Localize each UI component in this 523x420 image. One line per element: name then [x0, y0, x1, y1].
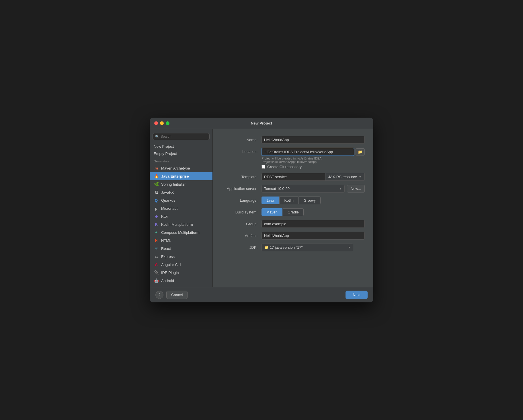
appserver-row: Application server: Tomcat 10.0.20 ▼ New…: [221, 185, 365, 192]
appserver-control: Tomcat 10.0.20 ▼ New...: [262, 185, 365, 192]
build-maven-button[interactable]: Maven: [262, 208, 282, 216]
artifact-control: [262, 232, 365, 240]
sidebar-item-kotlin-multiplatform[interactable]: K Kotlin Multiplatform: [150, 220, 212, 228]
language-label: Language:: [221, 198, 262, 203]
dialog-footer: ? Cancel Next: [150, 287, 373, 302]
template-input-row: JAX-RS resource ▼: [262, 173, 365, 181]
sidebar-item-html[interactable]: H HTML: [150, 236, 212, 244]
chevron-down-icon: ▼: [359, 175, 362, 178]
create-git-row: Create Git repository: [221, 165, 365, 169]
express-icon: ex: [154, 254, 159, 259]
sidebar-item-javafx[interactable]: 🖼 JavaFX: [150, 188, 212, 196]
close-button[interactable]: [154, 121, 158, 125]
generators-label: Generators: [150, 157, 212, 164]
language-row: Language: Java Kotlin Groovy: [221, 197, 365, 204]
folder-browse-button[interactable]: 📁: [356, 148, 365, 155]
appserver-label: Application server:: [221, 186, 262, 191]
compose-icon: ✦: [154, 230, 159, 235]
build-system-row: Build system: Maven Gradle: [221, 208, 365, 216]
sidebar-item-react[interactable]: ⚛ React: [150, 244, 212, 252]
appserver-select[interactable]: Tomcat 10.0.20 ▼: [262, 185, 345, 192]
android-icon: 🤖: [154, 278, 159, 283]
create-git-label[interactable]: Create Git repository: [267, 165, 302, 169]
name-control: [262, 136, 365, 144]
create-git-checkbox[interactable]: [262, 165, 265, 169]
sidebar-item-angular[interactable]: A Angular CLI: [150, 260, 212, 269]
search-input[interactable]: [161, 135, 207, 139]
template-label: Template:: [221, 175, 262, 179]
language-java-button[interactable]: Java: [262, 197, 279, 204]
ktor-icon: ◆: [154, 214, 159, 219]
location-input[interactable]: [262, 148, 354, 156]
template-row: Template: JAX-RS resource ▼: [221, 173, 365, 181]
angular-icon: A: [154, 262, 159, 267]
sidebar-item-spring-initializr[interactable]: 🌿 Spring Initializr: [150, 180, 212, 188]
group-row: Group:: [221, 220, 365, 228]
appserver-value: Tomcat 10.0.20: [264, 186, 290, 191]
sidebar-item-empty-project[interactable]: Empty Project: [150, 150, 212, 157]
appserver-input-row: Tomcat 10.0.20 ▼ New...: [262, 185, 365, 192]
location-control: 📁 Project will be created in: ~/JetBrain…: [262, 148, 365, 164]
location-row: Location: 📁 Project will be created in: …: [221, 148, 365, 164]
cancel-button[interactable]: Cancel: [166, 291, 188, 299]
sidebar-item-java-enterprise[interactable]: 🔥 Java Enterprise: [150, 172, 212, 180]
java-enterprise-icon: 🔥: [154, 174, 159, 179]
artifact-row: Artifact:: [221, 232, 365, 240]
sidebar-item-new-project[interactable]: New Project: [150, 143, 212, 150]
sidebar-item-android[interactable]: 🤖 Android: [150, 277, 212, 285]
new-appserver-button[interactable]: New...: [347, 185, 365, 192]
appserver-chevron-icon: ▼: [339, 187, 342, 190]
template-dropdown-value: JAX-RS resource: [328, 175, 357, 179]
location-hint: Project will be created in: ~/JetBrains …: [262, 157, 365, 164]
group-label: Group:: [221, 222, 262, 226]
help-button[interactable]: ?: [155, 291, 163, 299]
template-input[interactable]: [262, 173, 325, 181]
html-icon: H: [154, 238, 159, 243]
footer-left: ? Cancel: [155, 291, 188, 299]
search-box[interactable]: 🔍: [153, 133, 210, 140]
micronaut-icon: μ: [154, 206, 159, 211]
search-icon: 🔍: [155, 135, 159, 139]
language-control: Java Kotlin Groovy: [262, 197, 365, 204]
sidebar-item-maven-archetype[interactable]: m Maven Archetype: [150, 164, 212, 172]
traffic-lights: [154, 121, 169, 125]
sidebar-item-compose-multiplatform[interactable]: ✦ Compose Multiplatform: [150, 228, 212, 236]
maven-icon: m: [154, 166, 159, 171]
sidebar-item-quarkus[interactable]: Q Quarkus: [150, 196, 212, 204]
quarkus-icon: Q: [154, 198, 159, 203]
new-project-dialog: New Project 🔍 New Project Empty Project …: [150, 118, 373, 302]
sidebar-item-ide-plugin[interactable]: 🔌 IDE Plugin: [150, 269, 212, 277]
name-input[interactable]: [262, 136, 365, 144]
spring-icon: 🌿: [154, 182, 159, 187]
dialog-title: New Project: [251, 121, 272, 125]
name-label: Name:: [221, 138, 262, 142]
title-bar: New Project: [150, 118, 373, 129]
group-input[interactable]: [262, 220, 365, 228]
sidebar: 🔍 New Project Empty Project Generators m…: [150, 129, 213, 287]
location-label: Location:: [221, 148, 262, 154]
maximize-button[interactable]: [166, 121, 169, 125]
jdk-label: JDK:: [221, 245, 262, 250]
group-control: [262, 220, 365, 228]
build-system-control: Maven Gradle: [262, 208, 365, 216]
ide-plugin-icon: 🔌: [154, 270, 159, 275]
next-button[interactable]: Next: [346, 291, 368, 299]
jdk-row: JDK: 📁 17 java version "17" ▼: [221, 244, 365, 251]
artifact-input[interactable]: [262, 232, 365, 240]
template-dropdown[interactable]: JAX-RS resource ▼: [325, 173, 365, 181]
language-groovy-button[interactable]: Groovy: [299, 197, 321, 204]
jdk-select[interactable]: 📁 17 java version "17" ▼: [262, 244, 353, 251]
main-content: Name: Location: 📁 Project will be create…: [213, 129, 373, 287]
minimize-button[interactable]: [160, 121, 164, 125]
language-kotlin-button[interactable]: Kotlin: [279, 197, 298, 204]
build-gradle-button[interactable]: Gradle: [283, 208, 304, 216]
jdk-value: 📁 17 java version "17": [264, 245, 303, 250]
jdk-control: 📁 17 java version "17" ▼: [262, 244, 365, 251]
template-control: JAX-RS resource ▼: [262, 173, 365, 181]
sidebar-item-express[interactable]: ex Express: [150, 252, 212, 260]
sidebar-item-ktor[interactable]: ◆ Ktor: [150, 212, 212, 220]
sidebar-item-micronaut[interactable]: μ Micronaut: [150, 204, 212, 212]
dialog-body: 🔍 New Project Empty Project Generators m…: [150, 129, 373, 287]
kotlin-icon: K: [154, 222, 159, 227]
react-icon: ⚛: [154, 246, 159, 251]
